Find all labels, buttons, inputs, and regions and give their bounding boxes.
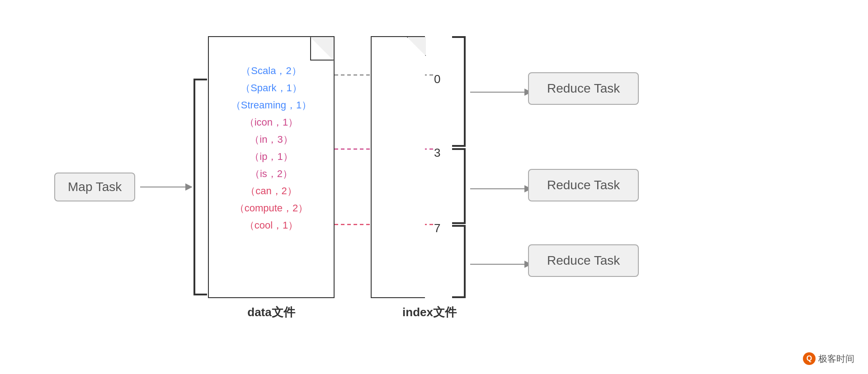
reduce-task-1: Reduce Task <box>528 72 639 105</box>
index-file <box>371 36 425 298</box>
index-number-7: 7 <box>434 221 440 235</box>
main-diagram: Map Task （Scala，2） （Spark，1） （Streaming，… <box>0 0 868 374</box>
arrow-reduce-1-line <box>470 92 524 93</box>
map-task-box: Map Task <box>54 173 135 201</box>
data-item-in: （in，3） <box>218 133 325 146</box>
arrow-reduce-3 <box>470 261 532 268</box>
data-item-cool: （cool，1） <box>218 219 325 232</box>
reduce-task-2: Reduce Task <box>528 169 639 201</box>
arrow-map-head <box>185 183 193 191</box>
left-bracket <box>193 79 207 295</box>
index-number-3: 3 <box>434 146 440 160</box>
index-file-label: index文件 <box>371 304 488 320</box>
data-file: （Scala，2） （Spark，1） （Streaming，1） （icon，… <box>208 36 335 298</box>
right-bracket-3 <box>452 225 466 298</box>
map-task-label: Map Task <box>68 180 122 194</box>
data-item-is: （is，2） <box>218 167 325 181</box>
arrow-map-to-bracket <box>140 183 193 191</box>
watermark-text: 极客时间 <box>818 353 854 365</box>
arrow-reduce-1 <box>470 89 532 96</box>
index-number-0: 0 <box>434 72 440 86</box>
data-item-streaming: （Streaming，1） <box>218 98 325 112</box>
data-item-can: （can，2） <box>218 184 325 198</box>
arrow-reduce-3-line <box>470 264 524 265</box>
data-item-icon: （icon，1） <box>218 116 325 129</box>
data-item-ip: （ip，1） <box>218 150 325 164</box>
arrow-reduce-2-line <box>470 188 524 189</box>
watermark-icon: Q <box>803 352 816 365</box>
watermark: Q 极客时间 <box>803 352 854 365</box>
data-file-content: （Scala，2） （Spark，1） （Streaming，1） （icon，… <box>209 37 334 241</box>
arrow-map-line <box>140 187 185 187</box>
right-bracket-2 <box>452 148 466 224</box>
arrow-reduce-2 <box>470 185 532 192</box>
data-item-spark: （Spark，1） <box>218 81 325 95</box>
data-item-compute: （compute，2） <box>218 201 325 215</box>
right-bracket-1 <box>452 36 466 147</box>
data-item-scala: （Scala，2） <box>218 64 325 78</box>
reduce-task-3: Reduce Task <box>528 244 639 277</box>
data-file-label: data文件 <box>208 304 335 320</box>
